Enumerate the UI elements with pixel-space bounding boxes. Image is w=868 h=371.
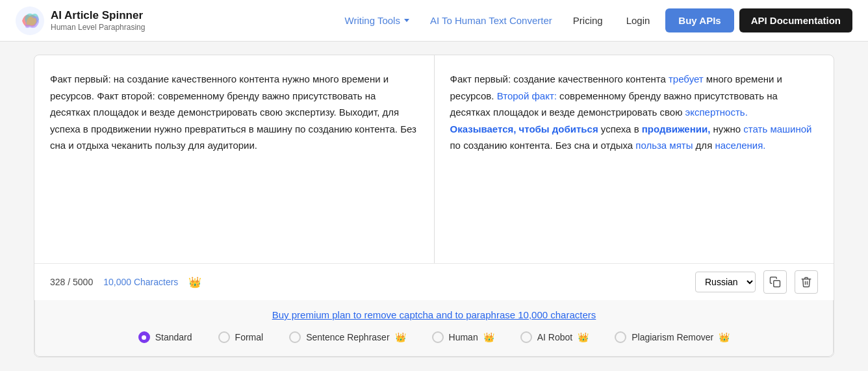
main-content: Факт первый: на создание качественного к…: [18, 42, 850, 370]
output-mid-7: для: [693, 140, 715, 151]
trash-icon: [800, 276, 812, 288]
modes-row: Standard Formal Sentence Rephraser 👑 Hum…: [51, 331, 817, 343]
output-mid-5: нужно: [710, 123, 743, 134]
output-word-3: экспертность.: [685, 107, 748, 118]
svg-rect-2: [774, 281, 780, 287]
output-prefix: Факт первый: создание качественного конт…: [450, 73, 669, 84]
output-word-7: польза мяты: [635, 140, 693, 151]
output-word-4: Оказывается, чтобы добиться: [450, 123, 598, 134]
mode-ai-robot-label: AI Robot: [537, 332, 572, 342]
mode-formal-label: Formal: [235, 332, 264, 342]
radio-ai-robot: [520, 331, 532, 343]
panels-footer-right: Russian: [695, 270, 818, 294]
crown-sentence-rephraser-icon: 👑: [395, 332, 406, 342]
nav-ai-to-human[interactable]: AI To Human Text Converter: [422, 11, 560, 30]
radio-human: [432, 331, 444, 343]
char-count: 328 / 5000: [50, 277, 93, 287]
chevron-down-icon: [404, 19, 409, 22]
upgrade-link[interactable]: Buy premium plan to remove captcha and t…: [272, 309, 596, 320]
logo-subtitle: Human Level Paraphrasing: [51, 23, 145, 32]
buy-apis-button[interactable]: Buy APIs: [665, 8, 734, 32]
panels-footer: 328 / 5000 10,000 Characters 👑 Russian: [34, 263, 834, 300]
header: AI Article Spinner Human Level Paraphras…: [0, 0, 868, 42]
mode-formal[interactable]: Formal: [218, 331, 264, 343]
mode-human[interactable]: Human 👑: [432, 331, 494, 343]
mode-human-label: Human: [449, 332, 478, 342]
output-word-8: населения.: [715, 140, 765, 151]
delete-button[interactable]: [795, 270, 818, 294]
crown-icon: 👑: [188, 276, 201, 288]
copy-button[interactable]: [763, 270, 787, 294]
output-panel: Факт первый: создание качественного конт…: [435, 55, 834, 263]
output-word-5: продвижении,: [642, 123, 711, 134]
output-mid-4: успеха в: [598, 123, 642, 134]
mode-sentence-rephraser[interactable]: Sentence Rephraser 👑: [289, 331, 405, 343]
panels-row: Факт первый: на создание качественного к…: [34, 55, 834, 263]
mode-plagiarism-remover[interactable]: Plagiarism Remover 👑: [615, 331, 730, 343]
radio-standard: [138, 331, 150, 343]
radio-formal: [218, 331, 230, 343]
mode-ai-robot[interactable]: AI Robot 👑: [520, 331, 589, 343]
logo-link[interactable]: AI Article Spinner Human Level Paraphras…: [16, 6, 145, 35]
mode-sentence-rephraser-label: Sentence Rephraser: [306, 332, 389, 342]
upgrade-bar: Buy premium plan to remove captcha and t…: [34, 300, 834, 357]
nav-login[interactable]: Login: [616, 11, 661, 30]
nav-pricing[interactable]: Pricing: [565, 11, 611, 30]
logo-icon: [16, 6, 44, 35]
language-select[interactable]: Russian: [695, 272, 756, 292]
radio-sentence-rephraser: [289, 331, 301, 343]
mode-plagiarism-remover-label: Plagiarism Remover: [632, 332, 713, 342]
logo-title: AI Article Spinner: [51, 9, 145, 22]
input-text: Факт первый: на создание качественного к…: [50, 73, 416, 151]
main-nav: Writing Tools AI To Human Text Converter…: [337, 8, 852, 32]
output-mid-6: по созданию контента. Без сна и отдыха: [450, 140, 636, 151]
nav-writing-tools[interactable]: Writing Tools: [337, 11, 417, 30]
logo-text: AI Article Spinner Human Level Paraphras…: [51, 9, 145, 31]
api-docs-button[interactable]: API Documentation: [739, 8, 852, 32]
output-word-2: Второй факт:: [497, 90, 557, 101]
output-word-1: требует: [669, 73, 704, 84]
char-limit-link[interactable]: 10,000 Characters: [103, 277, 178, 287]
mode-standard[interactable]: Standard: [138, 331, 192, 343]
panels-wrapper: Факт первый: на создание качественного к…: [34, 55, 834, 357]
crown-ai-robot-icon: 👑: [578, 332, 589, 342]
mode-standard-label: Standard: [155, 332, 192, 342]
crown-human-icon: 👑: [483, 332, 494, 342]
copy-icon: [769, 276, 781, 288]
crown-plagiarism-remover-icon: 👑: [719, 332, 730, 342]
radio-plagiarism-remover: [615, 331, 626, 343]
input-panel[interactable]: Факт первый: на создание качественного к…: [34, 55, 435, 263]
output-word-6: стать машиной: [743, 123, 811, 134]
